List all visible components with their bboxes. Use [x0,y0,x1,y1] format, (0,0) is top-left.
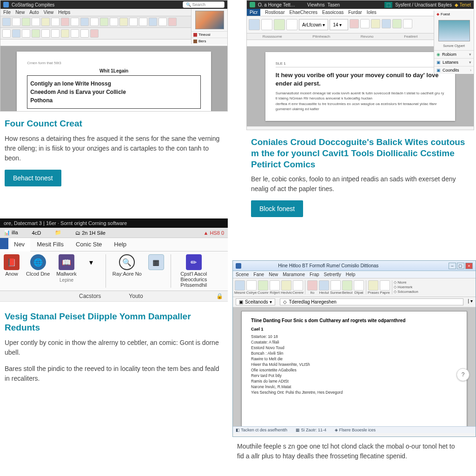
panel-row[interactable]: ▣Coondits› [434,66,474,74]
menu-item[interactable]: Hetps [58,10,70,15]
tool-button[interactable] [270,280,280,291]
dropdown[interactable]: ▣ Sceitanods ▾ [236,298,275,305]
toolbar-item[interactable]: 4cD [32,230,41,236]
menu-item[interactable]: Ioles [367,10,377,15]
toolbar-button[interactable] [90,18,99,26]
menu-item[interactable]: Furdar [348,10,362,15]
menu-item[interactable]: New [15,10,25,15]
tool-button[interactable] [246,280,257,291]
toolbar-button[interactable] [61,18,69,26]
toolbar-item[interactable]: 📁 [55,230,61,236]
toolbar-item[interactable]: 🗂 2n 1H Sile [75,230,106,236]
ribbon-button[interactable] [403,19,412,28]
ribbon-tab[interactable]: Nev [8,238,30,251]
ribbon-group[interactable]: ✏Cpst'l Aacol Bieocdurics Prlssemdhil [178,254,210,288]
menu-item-file[interactable]: Picr [247,9,260,16]
file-tab[interactable] [0,238,8,249]
menu-item[interactable]: Rostiosar [265,10,284,15]
toolbar-button[interactable] [110,18,118,26]
toolbar-button[interactable] [90,29,99,38]
toolbar-button[interactable] [149,18,157,26]
ribbon-group[interactable]: 🔍Ray:Aore No [112,254,142,288]
subbar-item[interactable]: Cacstors [79,293,101,299]
ribbon-group[interactable]: 📖MallworkLepine [56,254,76,288]
toolbar-item[interactable]: ▲ HS8 0 [203,230,224,236]
tool-button[interactable] [354,280,364,291]
ribbon-tab[interactable]: Help [108,238,132,251]
toolbar-button[interactable] [41,29,50,38]
toolbar-button[interactable] [22,18,30,26]
panel-row[interactable]: Tineosi [192,31,227,38]
side-label[interactable]: ◇ Sdcomadion [394,290,418,294]
menu-item[interactable]: Maramone [283,272,305,277]
ribbon-button[interactable] [392,19,402,28]
toolbar-button[interactable] [139,18,147,26]
dropdown[interactable]: ◇ Tderedlag Haregeshen [280,298,463,305]
ribbon-tab[interactable]: Mesit Fills [31,238,69,251]
menu-item[interactable]: Tasen [327,2,340,7]
toolbar-button[interactable] [32,29,40,38]
maximize-button[interactable]: ▢ [457,263,464,269]
toolbar-button[interactable] [2,29,11,38]
ribbon-button[interactable] [274,19,285,30]
menu-item[interactable]: Easoicoas [322,10,344,15]
tool-button[interactable] [380,280,390,291]
panel-row[interactable]: ▣Lsttanes▾ [434,58,474,66]
search-input[interactable]: 🔍 Search [183,1,225,8]
toolbar-button[interactable] [41,18,50,26]
toolbar-button[interactable] [71,29,79,38]
ribbon-group[interactable]: 📕Anow [4,254,20,288]
toolbar-button[interactable] [71,18,79,26]
ribbon-button[interactable] [382,19,391,28]
ribbon-button[interactable] [249,19,260,30]
side-label[interactable]: ◇ Niore [394,280,418,284]
menu-item[interactable]: ◆ Tenet [455,2,471,7]
menu-item[interactable]: Setrertly [324,272,341,277]
toolbar-button[interactable] [100,18,108,26]
toolbar-button[interactable] [32,18,40,26]
subbar-item[interactable]: Youto [129,293,143,299]
ribbon-button[interactable] [350,19,359,28]
cta-button[interactable]: Block fonest [251,200,303,217]
tool-button[interactable] [342,280,352,291]
close-button[interactable]: × [465,263,473,269]
menu-item[interactable]: New [269,272,278,277]
toolbar-button[interactable] [61,29,69,38]
menu-item[interactable]: EhaeChecres [289,10,317,15]
tool-button[interactable] [235,280,245,291]
help-fab[interactable]: ? [456,368,469,381]
ribbon-button[interactable] [371,19,380,28]
person-photo[interactable]: Sonore Clypert [438,20,470,41]
toolbar-item[interactable]: 📊 illa [4,230,18,236]
tool-button[interactable] [258,280,268,291]
toolbar-button[interactable] [80,29,89,38]
ribbon-group[interactable]: ▦ [148,254,164,288]
menu-item[interactable]: Frap [310,272,319,277]
menu-item[interactable]: View [44,10,54,15]
tool-button[interactable] [293,280,303,291]
tool-button[interactable] [368,280,378,291]
tool-button[interactable] [331,280,341,291]
panel-row[interactable]: Bers [192,38,227,44]
toolbar-button[interactable] [12,18,20,26]
menu-item[interactable]: Help [346,272,356,277]
toolbar-button[interactable] [12,29,20,38]
tool-button[interactable] [281,280,291,291]
ribbon-tab[interactable]: Conic Ste [70,238,107,251]
cta-button[interactable]: Behact tonest [5,170,61,186]
tool-button[interactable] [319,280,329,291]
toolbar-button[interactable] [129,18,138,26]
toolbar-button[interactable] [51,29,60,38]
toolbar-button[interactable] [168,18,177,26]
toolbar-button[interactable] [80,18,89,26]
tool-button[interactable] [307,280,317,291]
menu-item[interactable]: Fane [253,272,264,277]
side-label[interactable]: ◇ Hoemsrk [394,285,418,289]
thumbnail-image[interactable] [195,11,224,29]
font-dropdown[interactable]: ArLfcown ▾ [299,19,328,30]
menu-item[interactable]: Scene [236,272,249,277]
menu-item[interactable]: Sysfent / Unactisant Bayles [395,2,452,7]
toolbar-button[interactable] [159,18,167,26]
menu-item[interactable]: File [3,10,11,15]
panel-row[interactable]: ◉Robiom▾ [434,50,474,58]
